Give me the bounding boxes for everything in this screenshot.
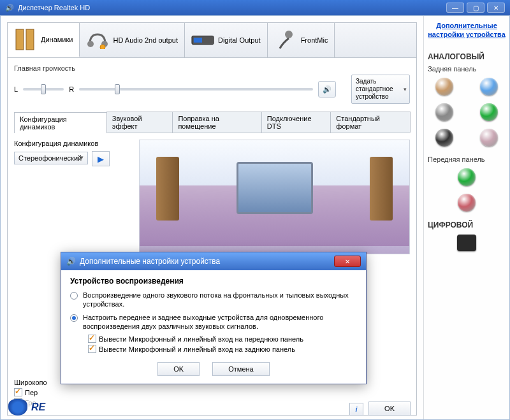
playback-option-2-label: Настроить переднее и заднее выходные уст… (83, 313, 357, 331)
preview-speaker-left (156, 157, 179, 221)
playback-device-group-title: Устройство воспроизведения (70, 277, 357, 286)
subtab-dts[interactable]: Подключение DTS (261, 112, 332, 133)
digital-output-jack[interactable] (457, 235, 476, 251)
speaker-config-label: Конфигурация динамиков (14, 140, 129, 147)
device-tab-frontmic[interactable]: FrontMic (268, 23, 335, 57)
device-tab-label: HD Audio 2nd output (113, 36, 178, 44)
rear-jack-grid (428, 78, 506, 147)
main-volume-label: Главная громкость (14, 64, 410, 72)
svg-point-4 (100, 45, 105, 49)
microphone-icon (274, 27, 297, 53)
playback-option-2-radio[interactable] (70, 314, 78, 322)
device-tab-label: Digital Output (218, 36, 261, 44)
titlebar: 🔊 Диспетчер Realtek HD — ▢ ✕ (0, 0, 510, 15)
preview-speaker-right (370, 157, 393, 221)
set-default-device-dropdown[interactable]: Задать стандартное устройство (351, 75, 410, 104)
dialog-close-button[interactable]: ✕ (334, 256, 361, 267)
subtab-default-format[interactable]: Стандартный формат (330, 112, 411, 133)
balance-slider[interactable] (23, 88, 64, 91)
speaker-preview (139, 140, 410, 254)
route-mic-rear-checkbox[interactable] (88, 345, 96, 353)
front-speakers-checkbox[interactable] (14, 388, 22, 396)
svg-point-2 (87, 41, 94, 47)
receiver-icon (191, 27, 214, 53)
close-button[interactable]: ✕ (487, 3, 505, 13)
device-tab-hd2nd[interactable]: HD Audio 2nd output (80, 23, 185, 57)
master-volume-slider[interactable] (79, 88, 313, 91)
rear-jack-2[interactable] (435, 103, 453, 121)
playback-option-1-label: Воспроизведение одного звукового потока … (83, 291, 357, 309)
speaker-icon: 🔊 (5, 4, 14, 12)
device-tab-digital[interactable]: Digital Output (185, 23, 268, 57)
device-tabs: Динамики HD Audio 2nd output (7, 22, 417, 58)
headphones-icon (86, 27, 109, 53)
realtek-crab-icon (8, 399, 27, 416)
dialog-title: Дополнительные настройки устройства (80, 257, 220, 266)
digital-heading: ЦИФРОВОЙ (428, 221, 506, 229)
playback-option-1-radio[interactable] (70, 292, 78, 300)
rear-jack-5[interactable] (480, 129, 498, 147)
subtabs: Конфигурация динамиков Звуковой эффект П… (14, 112, 410, 133)
rear-panel-label: Задняя панель (428, 65, 506, 73)
balance-right-label: R (69, 85, 74, 93)
advanced-settings-dialog: 🔊 Дополнительные настройки устройства ✕ … (61, 252, 367, 384)
speaker-config-select[interactable]: Стереофонический (14, 152, 88, 164)
svg-rect-0 (16, 29, 24, 50)
svg-rect-6 (194, 38, 202, 43)
svg-point-7 (285, 31, 293, 38)
subtab-sound-effect[interactable]: Звуковой эффект (106, 112, 173, 133)
brand-logo: RE (8, 399, 45, 416)
rear-jack-1[interactable] (480, 78, 498, 96)
front-jack-col (428, 168, 506, 212)
svg-rect-1 (26, 29, 34, 50)
route-mic-front-checkbox[interactable] (88, 335, 96, 343)
subtab-speaker-config[interactable]: Конфигурация динамиков (14, 112, 107, 133)
brand-text: RE (31, 402, 45, 413)
device-tab-label: FrontMic (301, 36, 328, 44)
maximize-button[interactable]: ▢ (467, 3, 484, 13)
dialog-cancel-button[interactable]: Отмена (212, 362, 269, 376)
test-play-button[interactable]: ▶ (92, 151, 110, 166)
speakers-icon (14, 27, 37, 52)
dialog-ok-button[interactable]: OK (157, 362, 200, 376)
front-jack-0[interactable] (458, 168, 476, 186)
mute-button[interactable]: 🔊 (318, 81, 336, 98)
analog-heading: АНАЛОГОВЫЙ (428, 52, 506, 61)
window-title: Диспетчер Realtek HD (18, 4, 90, 11)
preview-monitor (237, 162, 313, 214)
speaker-config-value: Стереофонический (18, 154, 82, 162)
route-mic-rear-label: Вывести Микрофонный и линейный вход на з… (99, 345, 295, 353)
rear-jack-0[interactable] (435, 78, 453, 96)
subtab-room-correction[interactable]: Поправка на помещение (172, 112, 261, 133)
front-jack-1[interactable] (458, 194, 476, 212)
advanced-settings-link[interactable]: Дополнительные настройки устройства (428, 21, 506, 40)
minimize-button[interactable]: — (446, 3, 464, 13)
route-mic-front-label: Вывести Микрофонный и линейный вход на п… (99, 335, 303, 343)
front-speakers-label: Пер (25, 389, 38, 396)
default-device-label: Задать стандартное устройство (356, 78, 393, 100)
front-panel-label: Передняя панель (428, 156, 506, 163)
balance-left-label: L (14, 85, 18, 93)
device-tab-speakers[interactable]: Динамики (8, 23, 80, 57)
main-ok-button[interactable]: OK (368, 402, 411, 416)
rear-jack-3[interactable] (480, 103, 498, 121)
rear-jack-4[interactable] (435, 129, 453, 147)
info-button[interactable]: i (349, 403, 363, 416)
device-tab-label: Динамики (41, 36, 73, 43)
dialog-titlebar: 🔊 Дополнительные настройки устройства ✕ (61, 252, 366, 270)
speaker-icon: 🔊 (66, 257, 76, 266)
